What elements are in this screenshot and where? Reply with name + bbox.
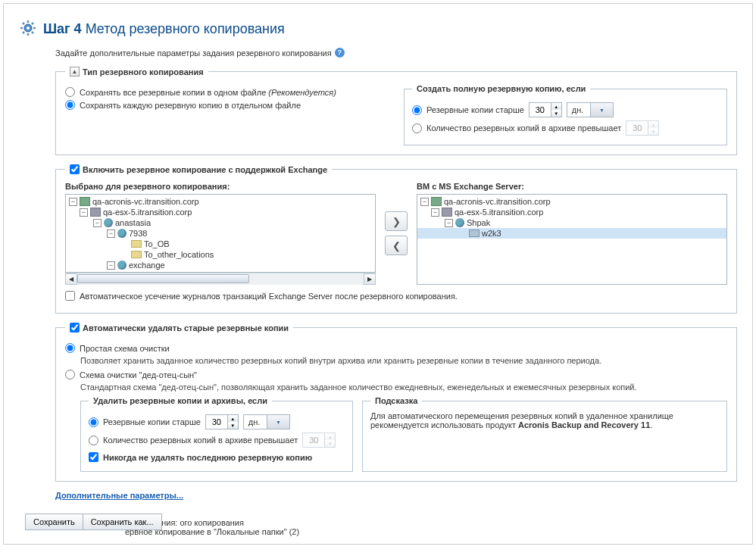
scroll-left-icon[interactable]: ◀ xyxy=(65,273,77,285)
more-params-link[interactable]: Дополнительные параметры... xyxy=(55,491,183,500)
tree-item-selected[interactable]: w2k3 xyxy=(417,228,726,239)
exchange-enable-check[interactable] xyxy=(70,164,80,174)
radio-separate-files[interactable]: Сохранять каждую резервную копию в отдел… xyxy=(65,100,389,110)
radio-single-file[interactable]: Сохранять все резервные копии в одном фа… xyxy=(65,87,389,97)
truncate-logs-check[interactable]: Автоматическое усечение журналов транзак… xyxy=(65,291,727,301)
tree-collapse-icon[interactable]: − xyxy=(93,219,102,227)
scroll-right-icon[interactable]: ▶ xyxy=(364,273,376,285)
collapse-icon[interactable]: ▲ xyxy=(70,67,80,77)
delete-older-unit[interactable]: дн. xyxy=(243,414,290,429)
left-tree[interactable]: −qa-acronis-vc.itransition.corp −qa-esx-… xyxy=(65,194,376,273)
vm-icon xyxy=(117,261,127,270)
tree-collapse-icon[interactable]: − xyxy=(107,261,115,270)
tree-collapse-icon[interactable]: − xyxy=(69,198,77,206)
full-copy-group: Создать полную резервную копию, если Рез… xyxy=(404,84,727,145)
vm-icon xyxy=(455,218,464,227)
subtitle-text: Задайте дополнительные параметры задания… xyxy=(55,48,332,58)
tree-collapse-icon[interactable]: − xyxy=(431,208,439,217)
folder-icon xyxy=(131,240,142,248)
left-tree-label: Выбрано для резервного копирования: xyxy=(65,182,376,191)
delete-count-value: ▲▼ xyxy=(302,433,336,448)
full-count-value: ▲▼ xyxy=(626,120,659,136)
radio-full-older[interactable]: Резервные копии старше ▲▼ дн. xyxy=(412,102,719,117)
radio-delete-older[interactable]: Резервные копии старше ▲▼ дн. xyxy=(89,414,345,429)
cleanup-enable-check[interactable] xyxy=(70,323,80,333)
folder-icon xyxy=(131,251,142,258)
spin-up[interactable]: ▲ xyxy=(227,415,238,422)
never-delete-last-check[interactable]: Никогда не удалять последнюю резервную к… xyxy=(89,452,345,462)
server-icon xyxy=(442,208,452,217)
move-right-button[interactable]: ❯ xyxy=(385,211,408,231)
tree-collapse-icon[interactable]: − xyxy=(420,198,429,206)
radio-delete-count[interactable]: Количество резервных копий в архиве прев… xyxy=(89,433,345,448)
full-older-value[interactable]: ▲▼ xyxy=(529,102,562,117)
spin-up[interactable]: ▲ xyxy=(551,103,561,110)
hint-box: Подсказка Для автоматического перемещени… xyxy=(362,396,727,472)
save-as-button[interactable]: Сохранить как... xyxy=(83,514,162,530)
backup-type-group: ▲ Тип резервного копирования Сохранять в… xyxy=(55,67,737,155)
vm-icon xyxy=(104,218,113,227)
svg-point-1 xyxy=(27,27,30,30)
gfs-desc: Стандартная схема "дед-отец-сын", позвол… xyxy=(80,383,727,392)
tree-collapse-icon[interactable]: − xyxy=(107,230,115,238)
spin-down[interactable]: ▼ xyxy=(551,110,561,117)
page-title: Шаг 4 Метод резервного копирования xyxy=(43,21,285,37)
simple-desc: Позволяет хранить заданное количество ре… xyxy=(80,356,727,365)
spin-down[interactable]: ▼ xyxy=(227,422,238,429)
server-icon xyxy=(90,208,101,217)
right-tree-label: ВМ с MS Exchange Server: xyxy=(417,182,727,191)
host-icon xyxy=(431,197,442,206)
help-icon[interactable]: ? xyxy=(335,48,345,58)
gear-icon xyxy=(19,19,37,39)
host-icon xyxy=(80,197,90,206)
move-left-button[interactable]: ❮ xyxy=(385,236,408,255)
scrollbar[interactable]: ◀ ▶ xyxy=(65,273,376,285)
radio-simple-scheme[interactable]: Простая схема очистки xyxy=(65,343,727,353)
tree-collapse-icon[interactable]: − xyxy=(445,219,453,227)
save-button[interactable]: Сохранить xyxy=(25,514,83,530)
delete-rules-group: Удалить резервные копии и архивы, если Р… xyxy=(80,396,353,472)
radio-gfs-scheme[interactable]: Схема очистки "дед-отец-сын" xyxy=(65,370,727,379)
full-older-unit[interactable]: дн. xyxy=(567,102,614,117)
right-tree[interactable]: −qa-acronis-vc.itransition.corp −qa-esx-… xyxy=(417,194,727,285)
disk-icon xyxy=(469,230,480,237)
scroll-thumb[interactable] xyxy=(77,274,249,283)
tree-collapse-icon[interactable]: − xyxy=(80,208,88,217)
vm-icon xyxy=(117,229,127,238)
exchange-group: Включить резервное копирование с поддерж… xyxy=(55,164,737,314)
delete-older-value[interactable]: ▲▼ xyxy=(205,414,239,429)
radio-full-count[interactable]: Количество резервных копий в архиве прев… xyxy=(412,120,719,136)
cleanup-group: Автоматически удалять старые резервные к… xyxy=(55,323,737,482)
